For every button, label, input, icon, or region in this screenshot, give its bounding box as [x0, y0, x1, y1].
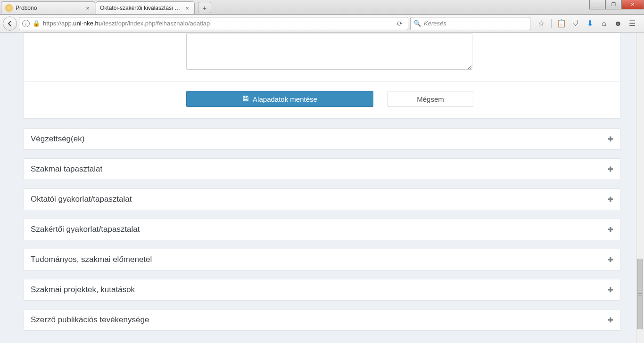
- separator: [551, 19, 552, 28]
- toolbar-icons: ☆ 📋 ⛉ ⬇ ⌂ ☻ ☰: [532, 19, 641, 28]
- plus-icon: ✚: [608, 135, 613, 143]
- clipboard-icon[interactable]: 📋: [557, 19, 566, 28]
- tab-close-button[interactable]: ×: [84, 5, 91, 11]
- scrollbar[interactable]: [636, 33, 644, 343]
- notes-textarea[interactable]: [186, 33, 472, 70]
- form-actions: Alapadatok mentése Mégsem: [31, 91, 613, 107]
- plus-icon: ✚: [608, 196, 613, 203]
- divider: [24, 81, 620, 82]
- bookmark-star-icon[interactable]: ☆: [537, 19, 545, 28]
- browser-tab-strip: Probono × Oktatói-szakértői kiválasztási…: [0, 0, 644, 15]
- browser-nav-bar: i 🔒 https://app.uni-nke.hu/teszt/opr/ind…: [0, 15, 644, 33]
- browser-tab-probono[interactable]: Probono ×: [1, 1, 95, 14]
- accordion-label: Tudományos, szakmai előmenetel: [31, 255, 152, 264]
- page-viewport: Alapadatok mentése Mégsem Végzettség(ek)…: [0, 33, 644, 343]
- accordion-label: Oktatói gyakorlat/tapasztalat: [31, 195, 132, 204]
- accordion-label: Szakmai projektek, kutatások: [31, 285, 135, 294]
- nav-back-button[interactable]: [3, 16, 17, 31]
- plus-icon: ✚: [608, 286, 613, 294]
- accordion-szakmai-projektek[interactable]: Szakmai projektek, kutatások ✚: [24, 279, 620, 301]
- accordion-vegzettseg[interactable]: Végzettség(ek) ✚: [24, 128, 620, 150]
- basic-data-card: Alapadatok mentése Mégsem: [24, 33, 620, 119]
- tab-title: Oktatói-szakértői kiválasztási re...: [100, 5, 182, 11]
- accordion-szakertoi-gyakorlat[interactable]: Szakértői gyakorlat/tapasztalat ✚: [24, 219, 620, 240]
- accordion-label: Szakértői gyakorlat/tapasztalat: [31, 225, 140, 234]
- url-text: https://app.uni-nke.hu/teszt/opr/index.p…: [43, 20, 395, 27]
- chat-icon[interactable]: ☻: [614, 19, 622, 28]
- window-controls: — ❐ ✕: [589, 0, 644, 9]
- search-bar[interactable]: 🔍 Keresés: [410, 17, 530, 30]
- url-bar[interactable]: i 🔒 https://app.uni-nke.hu/teszt/opr/ind…: [19, 17, 408, 30]
- accordion-oktatoi-gyakorlat[interactable]: Oktatói gyakorlat/tapasztalat ✚: [24, 188, 620, 210]
- plus-icon: ✚: [608, 165, 613, 173]
- search-placeholder: Keresés: [424, 20, 446, 27]
- cancel-button[interactable]: Mégsem: [388, 91, 473, 107]
- plus-icon: ✚: [608, 226, 613, 233]
- accordion-szakmai-tapasztalat[interactable]: Szakmai tapasztalat ✚: [24, 158, 620, 180]
- accordion-label: Végzettség(ek): [31, 134, 84, 144]
- tab-title: Probono: [16, 5, 83, 11]
- site-info-icon[interactable]: i: [22, 20, 30, 27]
- window-close-button[interactable]: ✕: [621, 0, 644, 9]
- save-icon: [242, 95, 249, 103]
- scrollbar-grip: [638, 291, 642, 295]
- plus-icon: ✚: [608, 256, 613, 263]
- new-tab-button[interactable]: +: [198, 2, 211, 13]
- window-maximize-button[interactable]: ❐: [605, 0, 621, 9]
- lock-icon: 🔒: [33, 20, 40, 27]
- window-minimize-button[interactable]: —: [589, 0, 605, 9]
- favicon-icon: [5, 4, 13, 12]
- home-icon[interactable]: ⌂: [600, 19, 608, 28]
- plus-icon: ✚: [608, 316, 613, 324]
- cancel-button-label: Mégsem: [417, 95, 444, 103]
- tab-close-button[interactable]: ×: [184, 5, 190, 11]
- downloads-icon[interactable]: ⬇: [586, 19, 594, 28]
- accordion-label: Szerző publikációs tevékenysége: [31, 315, 149, 325]
- reload-button[interactable]: ⟳: [395, 18, 405, 29]
- browser-tab-active[interactable]: Oktatói-szakértői kiválasztási re... ×: [96, 1, 195, 14]
- save-button-label: Alapadatok mentése: [253, 95, 317, 103]
- arrow-left-icon: [7, 20, 13, 27]
- menu-icon[interactable]: ☰: [628, 19, 636, 28]
- save-button[interactable]: Alapadatok mentése: [186, 91, 373, 107]
- accordion-label: Szakmai tapasztalat: [31, 164, 102, 174]
- search-icon: 🔍: [413, 20, 421, 27]
- pocket-icon[interactable]: ⛉: [571, 19, 580, 28]
- accordion-tudomanyos-elomenetel[interactable]: Tudományos, szakmai előmenetel ✚: [24, 249, 620, 270]
- accordion-publikacios-tevekenyseg[interactable]: Szerző publikációs tevékenysége ✚: [24, 309, 620, 331]
